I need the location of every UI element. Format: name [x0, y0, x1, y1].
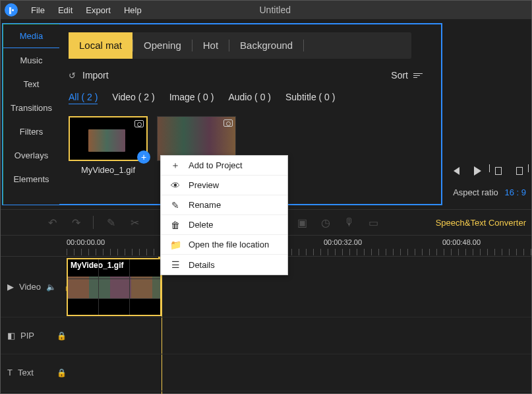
ctx-add-to-project[interactable]: ＋ Add to Project [161, 156, 287, 176]
lib-tab-media[interactable]: Media [3, 24, 59, 48]
refresh-icon[interactable]: ↺ [69, 71, 76, 81]
pencil-icon: ✎ [169, 200, 182, 211]
aspect-ratio-label: Aspect ratio [453, 187, 498, 197]
filter-all[interactable]: All ( 2 ) [69, 92, 98, 104]
aspect-ratio[interactable]: Aspect ratio 16 : 9 [453, 187, 526, 197]
mat-tab-local[interactable]: Local mat [69, 32, 133, 59]
text-track[interactable]: T Text 🔒 [1, 354, 531, 391]
sort-icon [413, 73, 423, 78]
pip-track-label: PIP [20, 331, 34, 341]
media-item-1[interactable]: + MyVideo_1.gif [69, 116, 148, 175]
lib-tab-overlays[interactable]: Overlays [3, 143, 59, 167]
ruler-mark-3: 00:00:48.00 [442, 238, 481, 246]
redo-button[interactable]: ↷ [67, 213, 85, 232]
lock-icon[interactable]: 🔒 [57, 331, 67, 341]
lib-tab-music[interactable]: Music [3, 48, 59, 72]
ctx-open-file-location[interactable]: 📁 Open the file location [161, 235, 287, 255]
ctx-label: Delete [189, 220, 214, 230]
context-menu: ＋ Add to Project 👁 Preview ✎ Rename 🗑 De… [160, 155, 288, 275]
timeline-tracks: ▶ Video 🔈 🔒 MyVideo_1.gif ◧ PIP 🔒 T Text [1, 257, 531, 391]
cut-tool-icon[interactable]: ✂ [125, 213, 144, 232]
lib-tab-elements[interactable]: Elements [3, 167, 59, 191]
pip-track[interactable]: ◧ PIP 🔒 [1, 317, 531, 354]
add-to-project-icon[interactable]: + [137, 150, 150, 164]
text-track-label: Text [18, 368, 34, 378]
trash-icon: 🗑 [169, 220, 182, 230]
menu-file[interactable]: File [24, 5, 51, 15]
crop-icon[interactable]: ▣ [293, 213, 311, 232]
next-frame-button[interactable] [492, 164, 505, 178]
ctx-label: Open the file location [189, 240, 269, 249]
mat-tab-hot[interactable]: Hot [192, 32, 229, 59]
ctx-preview[interactable]: 👁 Preview [161, 176, 287, 195]
mat-tab-background[interactable]: Background [229, 32, 303, 59]
ruler-mark-2: 00:00:32.00 [324, 238, 362, 246]
sort-button[interactable]: Sort [391, 70, 423, 81]
camera-icon [223, 119, 233, 127]
menu-export[interactable]: Export [79, 5, 117, 15]
media-item-1-caption: MyVideo_1.gif [69, 165, 148, 175]
ctx-delete[interactable]: 🗑 Delete [161, 215, 287, 235]
material-tabs: Local mat Opening Hot Background [69, 32, 411, 59]
eye-icon: 👁 [169, 180, 182, 191]
ctx-label: Details [189, 260, 215, 270]
window-title: Untitled [260, 5, 291, 15]
mic-icon[interactable]: 🎙 [340, 213, 359, 232]
mat-tab-opening[interactable]: Opening [133, 32, 192, 59]
menubar: ∥• File Edit Export Help Untitled [1, 1, 531, 19]
folder-icon: 📁 [169, 240, 182, 250]
video-clip[interactable]: MyVideo_1.gif [67, 258, 162, 316]
undo-button[interactable]: ↶ [43, 213, 61, 232]
speaker-icon[interactable]: 🔈 [46, 282, 56, 292]
ctx-label: Add to Project [189, 160, 243, 170]
aspect-ratio-value: 16 : 9 [504, 187, 526, 197]
library-tabs: Media Music Text Transitions Filters Ove… [3, 24, 59, 205]
ctx-details[interactable]: ☰ Details [161, 255, 287, 275]
import-button[interactable]: Import [82, 70, 109, 81]
preview-panel: Aspect ratio 16 : 9 [442, 19, 531, 205]
app-logo-icon: ∥• [5, 3, 18, 16]
lib-tab-transitions[interactable]: Transitions [3, 96, 59, 119]
filter-audio[interactable]: Audio ( 0 ) [228, 92, 271, 104]
menu-help[interactable]: Help [117, 5, 148, 15]
edit-tool-icon[interactable]: ✎ [102, 213, 120, 232]
stop-button[interactable] [513, 164, 526, 178]
speech-text-converter[interactable]: Speech&Text Converter [436, 218, 526, 228]
lib-tab-text[interactable]: Text [3, 72, 59, 96]
pip-track-icon: ◧ [7, 331, 15, 341]
sort-label: Sort [391, 70, 408, 81]
video-track-icon: ▶ [7, 282, 14, 292]
prev-frame-button[interactable] [450, 164, 463, 178]
ctx-label: Preview [189, 180, 219, 190]
lock-icon[interactable]: 🔒 [57, 368, 67, 378]
details-icon: ☰ [169, 259, 182, 270]
filter-image[interactable]: Image ( 0 ) [169, 92, 214, 104]
media-filter-row: All ( 2 ) Video ( 2 ) Image ( 0 ) Audio … [69, 92, 441, 104]
screen-icon[interactable]: ▭ [364, 213, 382, 232]
ctx-rename[interactable]: ✎ Rename [161, 195, 287, 215]
text-track-icon: T [7, 368, 13, 378]
filter-subtitle[interactable]: Subtitle ( 0 ) [285, 92, 335, 104]
ruler-mark-0: 00:00:00.00 [67, 238, 105, 246]
menu-edit[interactable]: Edit [51, 5, 79, 15]
clock-icon[interactable]: ◷ [316, 213, 335, 232]
ctx-label: Rename [189, 200, 221, 210]
play-button[interactable] [471, 164, 484, 178]
video-track-label: Video [19, 282, 41, 292]
plus-icon: ＋ [169, 160, 182, 172]
camera-icon [134, 120, 144, 127]
lib-tab-filters[interactable]: Filters [3, 119, 59, 143]
filter-video[interactable]: Video ( 2 ) [112, 92, 154, 104]
